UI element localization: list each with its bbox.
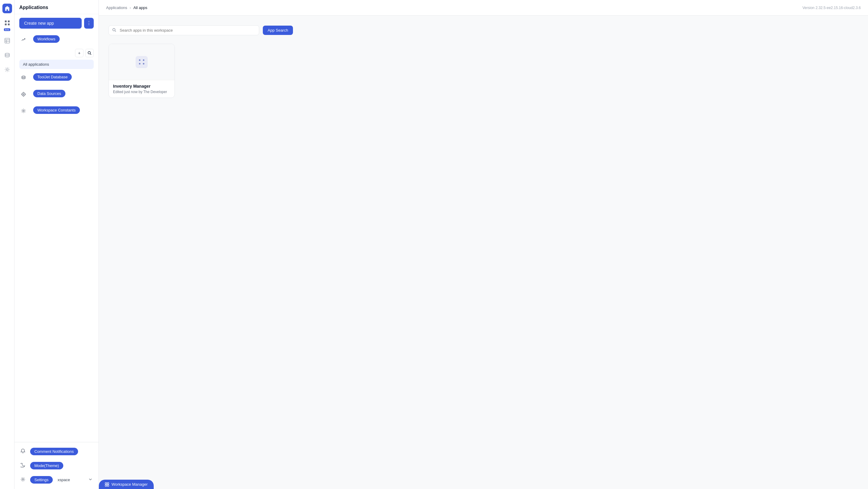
comment-notifications-button[interactable]: Comment Notifications	[30, 448, 78, 455]
data-sources-icon	[19, 90, 28, 99]
beta-badge: Beta	[4, 28, 10, 31]
bell-icon	[21, 449, 25, 454]
logo-icon[interactable]	[2, 4, 12, 13]
svg-rect-4	[8, 24, 10, 25]
workflows-button[interactable]: Workflows	[33, 35, 60, 43]
table-rail-icon[interactable]	[2, 36, 12, 45]
chevron-down-icon	[88, 477, 93, 482]
breadcrumb-current: All apps	[133, 5, 147, 10]
app-card[interactable]: Inventory Manager Edited just now by The…	[108, 44, 175, 98]
dot-1	[139, 59, 141, 61]
svg-point-11	[88, 52, 90, 54]
comment-notifications-item[interactable]: Comment Notifications	[17, 445, 96, 458]
search-row: App Search	[108, 25, 858, 35]
svg-rect-5	[5, 38, 10, 43]
svg-point-14	[22, 93, 25, 96]
all-applications-item[interactable]: All applications	[19, 60, 94, 69]
topbar: Applications › All apps Version 2.32.5-e…	[99, 0, 868, 16]
tooljet-db-section: ToolJet Database	[17, 70, 96, 85]
workflows-section: Workflows	[17, 32, 96, 47]
workflows-icon	[19, 36, 28, 44]
main-content: Applications › All apps Version 2.32.5-e…	[99, 0, 868, 489]
breadcrumb-root[interactable]: Applications	[106, 5, 127, 10]
app-card-name: Inventory Manager	[113, 84, 170, 89]
workspace-constants-icon	[19, 107, 28, 115]
svg-rect-1	[5, 21, 7, 22]
mode-theme-item[interactable]: Mode(Theme)	[17, 459, 96, 472]
app-card-meta: Edited just now by The Developer	[113, 90, 170, 94]
svg-point-10	[6, 69, 8, 70]
constants-rail-icon[interactable]	[2, 65, 12, 74]
add-app-button[interactable]: +	[75, 49, 84, 57]
settings-left: Settings xspace	[21, 476, 70, 484]
app-search-button[interactable]: App Search	[263, 26, 293, 35]
create-btn-row: Create new app ⋮	[17, 18, 96, 29]
moon-icon	[21, 463, 25, 468]
svg-point-20	[22, 479, 24, 480]
settings-icon	[21, 477, 25, 483]
app-card-thumbnail	[109, 44, 175, 80]
svg-rect-3	[5, 24, 7, 25]
svg-point-0	[7, 7, 8, 9]
workspace-constants-button[interactable]: Workspace Constants	[33, 106, 80, 114]
dot-4	[143, 63, 144, 64]
version-text: Version 2.32.5-ee2.15.16-cloud2.3.6	[803, 6, 861, 10]
data-sources-button[interactable]: Data Sources	[33, 90, 65, 97]
svg-rect-24	[105, 485, 107, 486]
data-sources-section: Data Sources	[17, 87, 96, 101]
database-icon	[19, 73, 28, 82]
breadcrumb: Applications › All apps	[106, 5, 147, 10]
sidebar-title: Applications	[14, 0, 98, 14]
svg-rect-25	[107, 485, 109, 486]
app-icon	[135, 56, 148, 68]
tooljet-database-button[interactable]: ToolJet Database	[33, 73, 72, 81]
dot-3	[139, 63, 141, 64]
search-input[interactable]	[108, 25, 259, 35]
svg-rect-2	[8, 21, 10, 22]
svg-point-12	[22, 76, 25, 77]
search-input-wrapper	[108, 25, 259, 35]
dot-2	[143, 59, 144, 61]
settings-row[interactable]: Settings xspace	[17, 473, 96, 487]
sidebar-footer: Comment Notifications Mode(Theme) Settin	[14, 442, 98, 489]
sidebar-body: Create new app ⋮ Workflows +	[14, 14, 98, 442]
workspace-manager-bar[interactable]: Workspace Manager	[99, 480, 154, 489]
workspace-name: xspace	[58, 478, 70, 482]
app-card-info: Inventory Manager Edited just now by The…	[109, 80, 175, 98]
settings-button[interactable]: Settings	[30, 476, 53, 484]
svg-rect-23	[107, 483, 109, 484]
svg-point-21	[113, 28, 115, 31]
icon-rail: Beta	[0, 0, 14, 489]
workspace-manager-label: Workspace Manager	[112, 482, 148, 487]
create-new-app-button[interactable]: Create new app	[19, 18, 82, 29]
search-apps-button[interactable]	[85, 49, 94, 57]
workspace-manager-icon	[105, 482, 109, 487]
svg-point-9	[5, 53, 9, 55]
workspace-constants-section: Workspace Constants	[17, 103, 96, 118]
mode-theme-button[interactable]: Mode(Theme)	[30, 462, 63, 469]
datasource-rail-icon[interactable]	[2, 50, 12, 60]
apps-grid: Inventory Manager Edited just now by The…	[108, 44, 858, 98]
content-area: App Search Inventory Manager Edited just…	[99, 16, 868, 489]
apps-grid-icon[interactable]	[2, 18, 12, 28]
apps-rail-icon-group[interactable]: Beta	[2, 18, 12, 31]
svg-point-13	[23, 94, 24, 95]
svg-rect-22	[105, 483, 107, 484]
svg-point-19	[23, 110, 24, 111]
breadcrumb-chevron: ›	[130, 5, 131, 10]
create-options-button[interactable]: ⋮	[84, 18, 94, 29]
sidebar: Applications Create new app ⋮ Workflows …	[14, 0, 99, 489]
search-icon	[112, 28, 116, 33]
